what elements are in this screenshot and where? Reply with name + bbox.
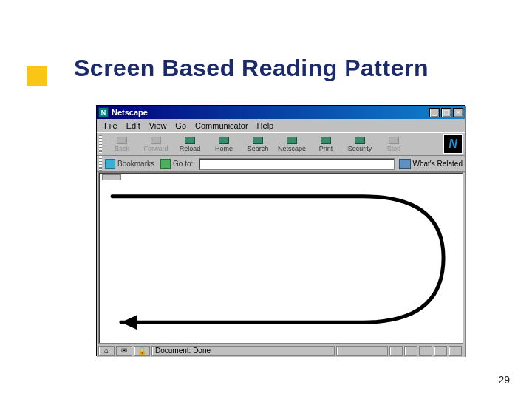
goto-icon — [160, 159, 171, 169]
netscape-button[interactable]: Netscape — [275, 134, 309, 154]
slide-page-number: 29 — [498, 374, 510, 386]
status-lock-icon[interactable]: 🔒 — [134, 346, 150, 356]
print-button[interactable]: Print — [309, 134, 343, 154]
component-mail-icon[interactable] — [404, 346, 417, 356]
menu-file[interactable]: File — [100, 120, 122, 131]
menu-go[interactable]: Go — [171, 120, 191, 131]
main-toolbar: Back Forward Reload Home Search Netscape… — [97, 132, 465, 156]
reload-button[interactable]: Reload — [173, 134, 207, 154]
stop-button[interactable]: Stop — [377, 134, 411, 154]
reload-icon — [185, 137, 195, 144]
window-title: Netscape — [112, 108, 429, 117]
minimize-button[interactable]: _ — [429, 108, 440, 117]
slide-title: Screen Based Reading Pattern — [74, 55, 429, 82]
security-icon — [355, 137, 365, 144]
search-button[interactable]: Search — [241, 134, 275, 154]
netscape-icon — [287, 137, 297, 144]
title-bullet-icon — [27, 66, 47, 86]
component-nav-icon[interactable] — [389, 346, 403, 356]
location-handle-icon[interactable] — [99, 155, 102, 173]
url-input[interactable] — [199, 158, 394, 170]
back-button[interactable]: Back — [105, 134, 139, 154]
throbber-icon: N — [443, 134, 463, 154]
slide-title-block: Screen Based Reading Pattern — [27, 55, 429, 82]
netscape-window: N Netscape _ □ × File Edit View Go Commu… — [96, 105, 466, 356]
reading-pattern-arrow-icon — [99, 173, 463, 343]
close-button[interactable]: × — [453, 108, 463, 117]
content-tab-icon[interactable] — [102, 174, 121, 180]
location-bar: Bookmarks Go to: What's Related — [97, 156, 465, 172]
menu-help[interactable]: Help — [253, 120, 279, 131]
forward-button[interactable]: Forward — [139, 134, 173, 154]
netscape-logo-icon: N — [98, 107, 109, 117]
status-nav-icon[interactable]: ⌂ — [98, 346, 115, 356]
print-icon — [321, 137, 331, 144]
bookmarks-label[interactable]: Bookmarks — [117, 160, 154, 168]
status-mail-icon[interactable]: ✉ — [116, 346, 132, 356]
menu-edit[interactable]: Edit — [122, 120, 145, 131]
component-book-icon[interactable] — [434, 346, 447, 356]
forward-icon — [151, 137, 161, 144]
bookmarks-icon[interactable] — [105, 159, 115, 169]
component-compose-icon[interactable] — [419, 346, 432, 356]
status-text: Document: Done — [151, 346, 335, 356]
svg-marker-0 — [121, 315, 137, 330]
home-icon — [219, 137, 229, 144]
home-button[interactable]: Home — [207, 134, 241, 154]
content-area — [98, 172, 463, 344]
toolbar-handle-icon[interactable] — [99, 135, 102, 153]
component-news-icon[interactable] — [449, 346, 462, 356]
menu-view[interactable]: View — [145, 120, 171, 131]
menu-bar: File Edit View Go Communicator Help — [97, 119, 465, 132]
menu-communicator[interactable]: Communicator — [191, 120, 253, 131]
progress-bar — [336, 346, 388, 356]
security-button[interactable]: Security — [343, 134, 377, 154]
whats-related-icon[interactable] — [399, 159, 411, 169]
back-icon — [117, 137, 127, 144]
maximize-button[interactable]: □ — [441, 108, 451, 117]
titlebar[interactable]: N Netscape _ □ × — [97, 106, 465, 119]
status-bar: ⌂ ✉ 🔒 Document: Done — [97, 344, 465, 357]
search-icon — [253, 137, 263, 144]
whats-related-label[interactable]: What's Related — [413, 160, 463, 168]
goto-label: Go to: — [173, 160, 193, 168]
stop-icon — [389, 137, 399, 144]
